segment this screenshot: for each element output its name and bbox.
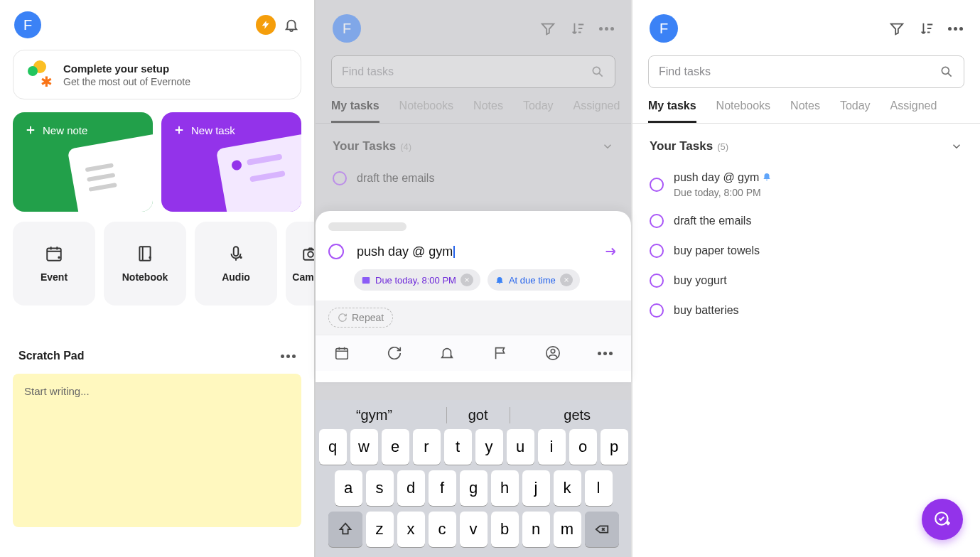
shift-key[interactable] [328,512,362,547]
key-j[interactable]: j [522,470,550,506]
key-b[interactable]: b [491,512,519,547]
task-row[interactable]: draft the emails [632,206,980,236]
quick-event-button[interactable]: Event [13,222,95,305]
key-q[interactable]: q [319,429,347,465]
search-icon [939,65,954,79]
task-row[interactable]: buy yogurt [632,266,980,296]
flag-action-icon[interactable] [492,345,508,361]
key-l[interactable]: l [585,470,613,506]
key-r[interactable]: r [413,429,441,465]
key-a[interactable]: a [335,470,362,506]
key-m[interactable]: m [554,512,581,547]
suggestion[interactable]: “gym” [335,407,414,423]
key-k[interactable]: k [554,470,581,506]
task-checkbox[interactable] [333,171,347,185]
task-title: draft the emails [357,172,434,185]
task-title-input[interactable]: push day @ gym [357,244,453,259]
more-icon[interactable] [948,27,963,31]
key-y[interactable]: y [475,429,503,465]
task-checkbox[interactable] [650,178,664,192]
search-input[interactable]: Find tasks [331,55,615,88]
task-checkbox[interactable] [650,303,664,318]
tab-today[interactable]: Today [523,99,554,123]
upgrade-icon[interactable] [256,15,276,35]
search-input[interactable]: Find tasks [648,55,964,88]
key-s[interactable]: s [366,470,394,506]
key-c[interactable]: c [429,512,456,547]
key-n[interactable]: n [522,512,550,547]
tab-notebooks[interactable]: Notebooks [399,99,454,123]
key-t[interactable]: t [444,429,472,465]
tab-assigned[interactable]: Assigned [890,99,937,123]
tab-notes[interactable]: Notes [473,99,503,123]
sort-icon[interactable] [569,20,586,37]
repeat-button[interactable]: Repeat [328,308,393,328]
filter-icon[interactable] [888,20,905,37]
filter-icon[interactable] [539,20,556,37]
key-v[interactable]: v [460,512,488,547]
repeat-icon [338,313,348,323]
submit-arrow-icon[interactable] [603,244,618,259]
task-title: buy batteries [674,304,739,317]
avatar[interactable]: F [14,11,41,38]
key-z[interactable]: z [366,512,394,547]
quick-notebook-button[interactable]: Notebook [104,222,186,305]
tab-assigned[interactable]: Assigned [574,99,620,123]
tab-mytasks[interactable]: My tasks [331,99,379,123]
more-icon[interactable] [599,27,614,31]
task-checkbox[interactable] [328,244,344,259]
quick-audio-button[interactable]: Audio [195,222,277,305]
more-icon[interactable] [598,345,613,361]
svg-rect-1 [139,247,150,261]
avatar[interactable]: F [333,14,361,43]
setup-banner[interactable]: Complete your setup Get the most out of … [13,50,301,99]
task-checkbox[interactable] [650,214,664,228]
drag-handle[interactable] [328,222,406,231]
reminder-chip[interactable]: At due time [488,269,580,291]
notification-icon[interactable] [283,16,300,33]
tab-notebooks[interactable]: Notebooks [716,99,771,123]
suggestion[interactable]: gets [542,407,612,423]
backspace-key[interactable] [585,512,619,547]
quick-camera-button[interactable]: Camera [286,222,314,305]
key-d[interactable]: d [397,470,425,506]
scratch-pad[interactable]: Start writing... [13,374,301,527]
remove-chip-icon[interactable] [560,274,573,286]
tasks-panel-list: F Find tasks My tasks Notebooks Notes To… [632,0,980,557]
reminder-action-icon[interactable] [439,345,455,361]
tab-today[interactable]: Today [840,99,871,123]
task-row[interactable]: push day @ gymDue today, 8:00 PM [632,163,980,206]
task-row[interactable]: draft the emails [316,163,631,193]
assign-action-icon[interactable] [545,345,561,361]
calendar-action-icon[interactable] [334,345,350,361]
more-icon[interactable] [281,355,296,358]
task-checkbox[interactable] [650,274,664,288]
task-group-header[interactable]: Your Tasks(4) [316,124,631,163]
avatar[interactable]: F [650,14,678,43]
key-f[interactable]: f [429,470,456,506]
task-checkbox[interactable] [650,244,664,258]
remove-chip-icon[interactable] [461,274,473,286]
new-task-fab[interactable] [922,499,963,540]
key-w[interactable]: w [350,429,378,465]
repeat-action-icon[interactable] [387,345,402,361]
new-task-card[interactable]: New task [161,112,301,212]
key-e[interactable]: e [382,429,409,465]
task-group-header[interactable]: Your Tasks(5) [632,124,980,163]
key-o[interactable]: o [569,429,597,465]
key-p[interactable]: p [601,429,628,465]
task-row[interactable]: buy batteries [632,296,980,325]
key-g[interactable]: g [460,470,488,506]
key-h[interactable]: h [491,470,519,506]
tab-mytasks[interactable]: My tasks [648,99,696,123]
key-u[interactable]: u [507,429,534,465]
sort-icon[interactable] [918,20,935,37]
key-i[interactable]: i [538,429,566,465]
key-x[interactable]: x [397,512,425,547]
task-row[interactable]: buy paper towels [632,236,980,266]
due-date-chip[interactable]: Due today, 8:00 PM [354,269,480,291]
suggestion[interactable]: got [446,407,510,423]
tab-notes[interactable]: Notes [790,99,820,123]
tasks-header: F [632,0,980,55]
new-note-card[interactable]: New note [13,112,153,212]
